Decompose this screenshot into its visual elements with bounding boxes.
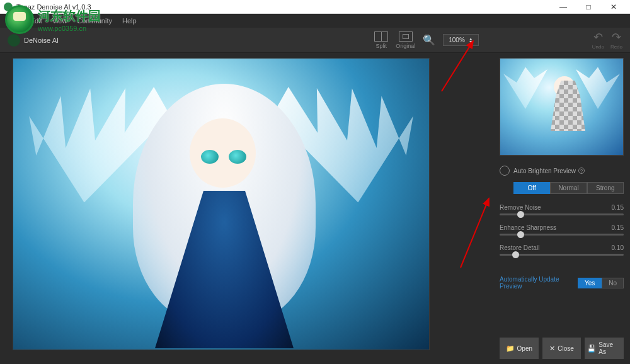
app-icon xyxy=(4,3,13,11)
app-name: DeNoise AI xyxy=(24,37,59,44)
help-icon[interactable]: ? xyxy=(578,168,585,174)
minimize-button[interactable]: — xyxy=(551,0,576,14)
window-title: Topaz Denoise AI v1.0.3 xyxy=(16,3,551,11)
thumb-wing-left xyxy=(503,65,547,109)
save-as-button[interactable]: 💾 Save As xyxy=(585,338,624,359)
auto-update-toggle: Yes No xyxy=(578,278,624,288)
toolbar: DeNoise AI Split Original 🔍 100% ▲▼ ↶ Un… xyxy=(0,28,630,53)
close-label: Close xyxy=(558,345,574,352)
original-view-icon xyxy=(399,31,413,42)
zoom-level-box[interactable]: 100% ▲▼ xyxy=(443,34,479,46)
main-image-preview[interactable] xyxy=(13,58,430,350)
thumb-wing-right xyxy=(576,65,620,109)
redo-button[interactable]: ↷ Redo xyxy=(610,30,622,50)
split-view-label: Split xyxy=(375,43,387,49)
brighten-normal[interactable]: Normal xyxy=(550,182,587,194)
titlebar: Topaz Denoise AI v1.0.3 — □ ✕ xyxy=(0,0,630,14)
redo-label: Redo xyxy=(610,44,622,50)
menubar: File Edit View Community Help xyxy=(0,14,630,28)
artwork-eye-left xyxy=(201,150,219,164)
close-window-button[interactable]: ✕ xyxy=(601,0,626,14)
restore-detail-thumb[interactable] xyxy=(512,251,519,258)
artwork-face xyxy=(190,118,256,188)
menu-view[interactable]: View xyxy=(49,16,71,26)
enhance-sharpness-label: Enhance Sharpness xyxy=(500,224,556,231)
brighten-segmented: Off Normal Strong xyxy=(513,182,624,194)
save-as-label: Save As xyxy=(598,341,621,355)
split-view-icon xyxy=(374,31,388,42)
sidebar-panel: Auto Brighten Preview ? Off Normal Stron… xyxy=(493,53,630,364)
auto-brighten-label: Auto Brighten Preview ? xyxy=(513,168,624,174)
save-icon: 💾 xyxy=(587,344,596,353)
auto-update-label: Automatically Update Preview xyxy=(500,276,578,290)
menu-help[interactable]: Help xyxy=(118,16,140,26)
canvas-area xyxy=(0,53,493,364)
restore-detail-row: Restore Detail 0.10 xyxy=(500,244,624,256)
preview-thumbnail[interactable] xyxy=(500,58,624,156)
open-button[interactable]: 📁 Open xyxy=(500,338,539,359)
view-mode-group: Split Original 🔍 100% ▲▼ xyxy=(374,31,479,49)
close-button[interactable]: ✕ Close xyxy=(542,338,581,359)
slider-group: Remove Noise 0.15 Enhance Sharpness 0.15 xyxy=(500,204,624,264)
enhance-sharpness-slider[interactable] xyxy=(500,234,624,236)
split-view-button[interactable]: Split xyxy=(374,31,388,49)
close-icon: ✕ xyxy=(549,344,555,353)
undo-label: Undo xyxy=(592,44,604,50)
open-label: Open xyxy=(517,345,532,352)
auto-update-row: Automatically Update Preview Yes No xyxy=(500,276,624,290)
app-label: DeNoise AI xyxy=(8,34,59,47)
undo-button[interactable]: ↶ Undo xyxy=(592,30,604,50)
enhance-sharpness-row: Enhance Sharpness 0.15 xyxy=(500,224,624,236)
restore-detail-value: 0.10 xyxy=(612,244,624,251)
undo-redo-group: ↶ Undo ↷ Redo xyxy=(592,30,622,50)
remove-noise-slider[interactable] xyxy=(500,213,624,215)
auto-brighten-row: Auto Brighten Preview ? xyxy=(500,162,624,179)
window-controls: — □ ✕ xyxy=(551,0,626,14)
enhance-sharpness-value: 0.15 xyxy=(612,224,624,231)
remove-noise-value: 0.15 xyxy=(612,204,624,211)
menu-edit[interactable]: Edit xyxy=(26,16,46,26)
brighten-strong[interactable]: Strong xyxy=(587,182,624,194)
remove-noise-label: Remove Noise xyxy=(500,204,541,211)
folder-icon: 📁 xyxy=(506,344,515,353)
remove-noise-thumb[interactable] xyxy=(517,211,524,218)
restore-detail-label: Restore Detail xyxy=(500,244,539,251)
artwork-eye-right xyxy=(229,150,246,164)
bottom-buttons: 📁 Open ✕ Close 💾 Save As xyxy=(500,333,624,359)
brighten-off[interactable]: Off xyxy=(513,182,550,194)
original-view-button[interactable]: Original xyxy=(396,31,415,49)
zoom-value: 100% xyxy=(449,37,465,43)
redo-icon: ↷ xyxy=(610,30,622,44)
maximize-button[interactable]: □ xyxy=(576,0,601,14)
zoom-icon[interactable]: 🔍 xyxy=(423,34,435,46)
undo-icon: ↶ xyxy=(592,30,604,44)
original-view-label: Original xyxy=(396,43,415,49)
restore-detail-slider[interactable] xyxy=(500,254,624,256)
auto-update-no[interactable]: No xyxy=(602,278,624,288)
auto-update-yes[interactable]: Yes xyxy=(578,278,602,288)
main-area: Auto Brighten Preview ? Off Normal Stron… xyxy=(0,53,630,364)
menu-file[interactable]: File xyxy=(5,16,24,26)
remove-noise-row: Remove Noise 0.15 xyxy=(500,204,624,215)
menu-community[interactable]: Community xyxy=(73,16,116,26)
enhance-sharpness-thumb[interactable] xyxy=(517,231,524,238)
zoom-spinner[interactable]: ▲▼ xyxy=(469,37,473,43)
app-logo-icon xyxy=(8,34,20,47)
brightness-icon xyxy=(500,166,510,176)
